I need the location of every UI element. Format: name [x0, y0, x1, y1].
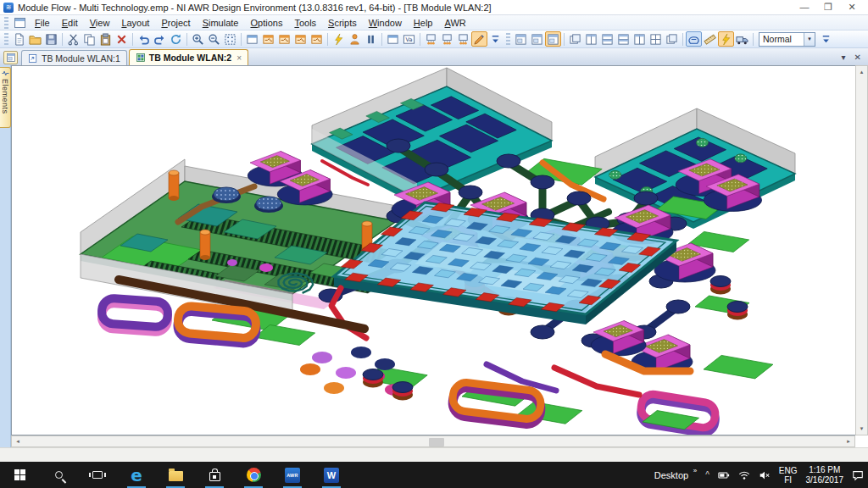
measure-button[interactable] — [702, 31, 718, 47]
document-close-button[interactable]: ✕ — [854, 53, 861, 62]
delete-icon — [115, 33, 128, 46]
taskbar-search-button[interactable] — [39, 462, 78, 488]
restore-button[interactable]: ❐ — [822, 2, 834, 13]
toolbar-grip[interactable] — [4, 33, 8, 45]
action-center-button[interactable] — [848, 462, 868, 488]
taskbar-store-button[interactable] — [195, 462, 234, 488]
split-tabbed-button[interactable] — [664, 31, 680, 47]
cascade-windows-button[interactable] — [567, 31, 583, 47]
scroll-right-arrow[interactable]: ▸ — [843, 436, 854, 446]
taskbar-word-button[interactable]: W — [312, 462, 351, 488]
wifi-icon[interactable] — [734, 462, 754, 488]
new-window-button[interactable] — [244, 31, 260, 47]
em-3d-canvas[interactable] — [11, 65, 855, 435]
render-mode-combobox[interactable]: Normal▾ — [759, 32, 815, 47]
tile-horizontal-button[interactable] — [599, 31, 615, 47]
view-3d-mode-button[interactable] — [686, 31, 702, 47]
taskbar-task-view-button[interactable] — [78, 462, 117, 488]
split-top-button[interactable] — [615, 31, 632, 47]
toolbar-separator — [132, 33, 133, 46]
window-browser-button[interactable] — [385, 31, 401, 47]
zoom-full-button[interactable] — [222, 31, 238, 47]
elements-panel-tab[interactable]: Elements — [0, 67, 11, 128]
paste-button[interactable] — [97, 31, 114, 47]
show-hidden-icons-button[interactable]: ^ — [701, 462, 714, 488]
chevron-down-icon[interactable]: ▾ — [804, 33, 815, 46]
stop-simulation-button[interactable] — [363, 31, 379, 47]
menu-edit[interactable]: Edit — [56, 16, 84, 30]
toolbar-grip[interactable] — [506, 33, 510, 45]
analyze-button[interactable] — [331, 31, 347, 47]
add-schematic-button[interactable] — [260, 31, 276, 47]
menubar-grip[interactable] — [4, 17, 8, 29]
add-output-equations-button[interactable] — [309, 31, 325, 47]
taskbar-chrome-button[interactable] — [234, 462, 273, 488]
scroll-left-arrow[interactable]: ◂ — [12, 436, 24, 446]
close-button[interactable]: ✕ — [846, 2, 858, 13]
zoom-out-button[interactable] — [206, 31, 222, 47]
refresh-button[interactable] — [168, 31, 184, 47]
toolbar-overflow-1-button[interactable] — [487, 31, 504, 47]
horizontal-scrollbar[interactable]: ◂ ▸ — [11, 435, 855, 447]
split-quad-button[interactable] — [648, 31, 664, 47]
element-options-button[interactable] — [423, 31, 439, 47]
language-indicator[interactable]: ENGFI — [775, 462, 802, 488]
split-left-button[interactable] — [632, 31, 648, 47]
redo-button[interactable] — [152, 31, 168, 47]
menu-options[interactable]: Options — [244, 16, 288, 30]
variable-browser-button[interactable] — [401, 31, 417, 47]
view-layout-window-button[interactable] — [529, 31, 545, 47]
em-analyze-button[interactable] — [718, 31, 734, 47]
menu-layout[interactable]: Layout — [115, 16, 155, 30]
window-list-button[interactable] — [3, 51, 18, 64]
layout-options-button[interactable] — [455, 31, 471, 47]
vertical-scrollbar[interactable]: ▴ ▾ — [855, 65, 868, 435]
project-hierarchy-button[interactable] — [439, 31, 455, 47]
scroll-down-arrow[interactable]: ▾ — [856, 423, 867, 435]
horizontal-scroll-thumb[interactable] — [429, 438, 444, 446]
toolbar-overflow-2-button[interactable] — [818, 31, 834, 47]
toolbar-separator — [186, 33, 187, 46]
undo-button[interactable] — [136, 31, 152, 47]
delete-button[interactable] — [114, 31, 130, 47]
em-3d-view[interactable] — [12, 66, 854, 435]
menu-file[interactable]: File — [29, 16, 56, 30]
tab-scroll-menu-button[interactable]: ▾ — [842, 53, 846, 62]
taskbar-file-explorer-button[interactable] — [156, 462, 195, 488]
tab-tb-module-wlan-1[interactable]: TB Module WLAN:1 — [21, 50, 127, 65]
add-em-structure-button[interactable] — [292, 31, 309, 47]
menu-simulate[interactable]: Simulate — [197, 16, 245, 30]
clock[interactable]: 1:16 PM3/16/2017 — [802, 462, 849, 488]
menu-project[interactable]: Project — [155, 16, 196, 30]
minimize-button[interactable]: — — [798, 2, 810, 13]
menu-window[interactable]: Window — [363, 16, 408, 30]
menu-scripts[interactable]: Scripts — [322, 16, 363, 30]
menu-view[interactable]: View — [84, 16, 116, 30]
view-schematic-window-icon — [515, 33, 527, 46]
tile-vertical-button[interactable] — [583, 31, 599, 47]
taskbar-edge-button[interactable]: e — [117, 462, 156, 488]
zoom-in-button[interactable] — [190, 31, 206, 47]
copy-button[interactable] — [81, 31, 97, 47]
scroll-up-arrow[interactable]: ▴ — [856, 66, 867, 78]
view-3d-window-button[interactable] — [545, 31, 561, 47]
view-schematic-window-button[interactable] — [513, 31, 529, 47]
save-button[interactable] — [43, 31, 59, 47]
new-button[interactable] — [11, 31, 27, 47]
add-system-diagram-button[interactable] — [276, 31, 292, 47]
menu-awr[interactable]: AWR — [439, 16, 472, 30]
taskbar-start-button[interactable] — [0, 462, 39, 488]
desktop-toolbar[interactable]: Desktop» — [650, 462, 701, 488]
menu-help[interactable]: Help — [408, 16, 439, 30]
open-button[interactable] — [27, 31, 43, 47]
volume-muted-icon[interactable] — [754, 462, 775, 488]
taskbar-awr-button[interactable]: AWR — [273, 462, 312, 488]
draw-tool-button[interactable] — [471, 31, 487, 47]
menu-tools[interactable]: Tools — [288, 16, 322, 30]
cut-button[interactable] — [65, 31, 81, 47]
battery-icon[interactable] — [714, 462, 734, 488]
tab-close-icon[interactable]: × — [236, 53, 242, 63]
tab-tb-module-wlan-2[interactable]: TB Module WLAN:2× — [129, 49, 248, 65]
export-view-button[interactable] — [734, 31, 750, 47]
tune-button[interactable] — [347, 31, 363, 47]
